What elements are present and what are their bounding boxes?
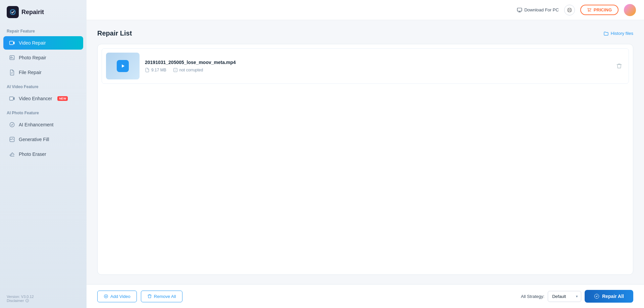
video-repair-label: Video Repair [19, 40, 46, 46]
add-video-label: Add Video [110, 294, 130, 299]
photo-repair-label: Photo Repair [19, 55, 46, 60]
photo-eraser-label: Photo Eraser [19, 151, 46, 157]
info-icon [25, 299, 29, 303]
history-files-btn[interactable]: History files [603, 31, 633, 36]
app-name: Repairit [21, 9, 44, 16]
content-header: Repair List History files [97, 29, 633, 37]
version-label: Version: V3.0.12 [7, 295, 80, 299]
content-area: Repair List History files 20191 [87, 20, 644, 284]
photo-repair-icon [9, 54, 15, 61]
file-size-icon [145, 68, 150, 72]
file-name: 20191031_205005_lose_moov_meta.mp4 [145, 60, 608, 65]
file-meta: 9.17 MB not corrupted [145, 68, 608, 72]
monitor-icon [517, 7, 522, 13]
all-strategy-label: All Strategy: [521, 294, 544, 299]
logo-area: Repairit [0, 0, 87, 24]
repair-all-label: Repair All [602, 294, 624, 299]
repair-feature-section-label: Repair Feature [0, 24, 87, 36]
play-icon [120, 63, 125, 69]
sidebar-item-photo-repair[interactable]: Photo Repair [3, 51, 83, 64]
file-info: 20191031_205005_lose_moov_meta.mp4 9.17 … [145, 60, 608, 72]
strategy-area: All Strategy: Default Advanced Custom Re… [521, 290, 633, 303]
sidebar: Repairit Repair Feature Video Repair Pho… [0, 0, 87, 308]
svg-point-14 [591, 11, 591, 12]
disclaimer-btn[interactable]: Disclaimer [7, 299, 80, 303]
strategy-select[interactable]: Default Advanced Custom [548, 291, 581, 302]
svg-rect-0 [10, 9, 16, 15]
support-btn[interactable] [564, 5, 575, 15]
app-logo-icon [7, 6, 19, 18]
trash-remove-icon [147, 294, 152, 299]
table-row: 20191031_205005_lose_moov_meta.mp4 9.17 … [102, 48, 629, 84]
status-icon [173, 68, 178, 72]
ai-enhancement-icon [9, 121, 15, 128]
disclaimer-label: Disclaimer [7, 299, 24, 303]
ai-enhancement-label: AI Enhancement [19, 122, 54, 127]
file-repair-icon [9, 69, 15, 76]
header: Download For PC PRICING [87, 0, 644, 20]
folder-icon [603, 31, 609, 36]
svg-rect-2 [10, 41, 13, 45]
new-badge: NEW [57, 96, 68, 101]
remove-all-btn[interactable]: Remove All [141, 291, 182, 302]
repair-list-title: Repair List [97, 29, 132, 37]
svg-point-9 [27, 300, 28, 300]
pricing-label: PRICING [594, 7, 612, 12]
file-size: 9.17 MB [151, 68, 166, 72]
ai-photo-feature-section-label: AI Photo Feature [0, 106, 87, 117]
repair-all-btn[interactable]: Repair All [585, 290, 633, 303]
sidebar-item-file-repair[interactable]: File Repair [3, 66, 83, 79]
download-for-pc-label: Download For PC [524, 7, 559, 12]
delete-file-btn[interactable] [614, 61, 625, 71]
video-repair-icon [9, 40, 15, 46]
sidebar-bottom: Version: V3.0.12 Disclaimer [0, 289, 87, 308]
svg-rect-10 [518, 8, 522, 11]
sidebar-item-video-enhancer[interactable]: Video Enhancer NEW [3, 92, 83, 105]
pricing-btn[interactable]: PRICING [580, 5, 619, 15]
file-status: not corrupted [179, 68, 203, 72]
sidebar-item-photo-eraser[interactable]: Photo Eraser [3, 147, 83, 161]
sidebar-item-generative-fill[interactable]: Generative Fill [3, 133, 83, 146]
generative-fill-label: Generative Fill [19, 137, 49, 142]
file-repair-label: File Repair [19, 70, 42, 75]
svg-point-6 [10, 122, 14, 127]
add-video-btn[interactable]: Add Video [97, 291, 137, 302]
plus-circle-icon [104, 294, 108, 299]
video-enhancer-icon [9, 95, 15, 102]
file-size-item: 9.17 MB [145, 68, 166, 72]
ai-video-feature-section-label: AI Video Feature [0, 80, 87, 91]
remove-all-label: Remove All [154, 294, 176, 299]
history-files-label: History files [611, 31, 633, 36]
trash-icon [616, 63, 622, 69]
video-enhancer-label: Video Enhancer [19, 96, 52, 101]
generative-fill-icon [9, 136, 15, 143]
sidebar-item-video-repair[interactable]: Video Repair [3, 36, 83, 50]
user-avatar[interactable] [624, 4, 636, 16]
strategy-wrapper: Default Advanced Custom [548, 291, 581, 302]
file-thumbnail [106, 53, 140, 79]
photo-eraser-icon [9, 151, 15, 158]
main-content: Download For PC PRICING Repair List [87, 0, 644, 308]
cart-icon [587, 8, 592, 12]
support-icon [567, 7, 572, 13]
svg-point-12 [569, 9, 570, 11]
repair-icon [594, 294, 599, 299]
svg-point-13 [588, 11, 589, 12]
download-for-pc-btn[interactable]: Download For PC [517, 7, 559, 13]
footer-bar: Add Video Remove All All Strategy: Defau… [87, 284, 644, 308]
sidebar-item-ai-enhancement[interactable]: AI Enhancement [3, 118, 83, 131]
play-button[interactable] [117, 60, 129, 72]
svg-point-4 [11, 57, 11, 57]
file-status-item: not corrupted [173, 68, 203, 72]
file-list-area: 20191031_205005_lose_moov_meta.mp4 9.17 … [97, 44, 633, 275]
